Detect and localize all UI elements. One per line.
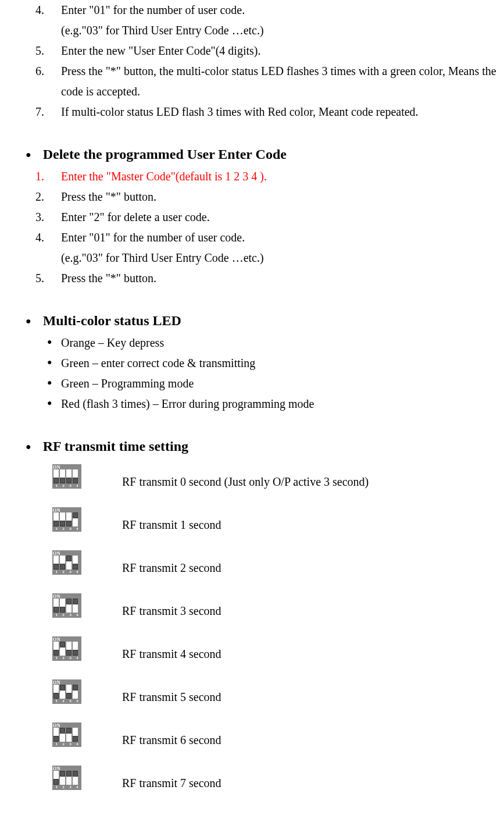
dip-row: 1234RF transmit 0 second (Just only O/P … [52, 462, 498, 489]
section-delete: ● Delete the programmed User Enter Code [6, 142, 498, 166]
item-number: 4. [35, 227, 53, 248]
led-bullet-list: ●Orange – Key depress●Green – enter corr… [6, 333, 498, 414]
dip-switch-icon: 1234 [52, 550, 81, 575]
dip-description: RF transmit 4 second [122, 644, 221, 664]
item-number: 7. [35, 102, 53, 122]
item-number: 2. [35, 187, 53, 207]
dip-switch-icon: 1234 [52, 723, 81, 747]
list-item: 4.Enter "01" for the number of user code… [61, 227, 498, 268]
dip-description: RF transmit 5 second [122, 687, 221, 707]
dip-switch-icon: 1234 [52, 679, 81, 704]
item-number: 1. [35, 166, 53, 187]
dip-description: RF transmit 7 second [122, 773, 221, 790]
delete-steps-list: 1.Enter the "Master Code"(default is 1 2… [6, 166, 498, 289]
list-item: ●Green – enter correct code & transmitti… [61, 353, 498, 373]
item-number: 5. [35, 41, 53, 61]
dip-switch-icon: 1234 [52, 636, 81, 661]
dip-row: 1234RF transmit 5 second [52, 677, 498, 704]
item-text: Enter the "Master Code"(default is 1 2 3… [61, 166, 498, 187]
dip-description: RF transmit 1 second [122, 515, 221, 535]
item-text: Enter "2" for delete a user code. [61, 207, 498, 227]
dip-row: 1234RF transmit 7 second [52, 763, 498, 790]
bullet-icon: ● [47, 355, 52, 370]
dip-switch-icon: 1234 [52, 593, 81, 618]
item-text: If multi-color status LED flash 3 times … [61, 102, 498, 122]
item-text: (e.g."03" for Third User Entry Code …etc… [61, 20, 498, 41]
item-text: Green – Programming mode [61, 377, 194, 390]
dip-description: RF transmit 0 second (Just only O/P acti… [122, 472, 369, 492]
item-text: Enter "01" for the number of user code. [61, 0, 498, 20]
bullet-icon: ● [47, 335, 52, 350]
list-item: 2.Press the "*" button. [61, 187, 498, 207]
dip-description: RF transmit 3 second [122, 601, 221, 621]
list-item: 7.If multi-color status LED flash 3 time… [61, 102, 498, 122]
dip-switch-icon: 1234 [52, 464, 81, 489]
item-text: Orange – Key depress [61, 336, 164, 349]
list-item: ●Orange – Key depress [61, 333, 498, 353]
list-item: 4.Enter "01" for the number of user code… [61, 0, 498, 41]
bullet-icon: ● [26, 439, 31, 455]
dip-switch-icon: 1234 [52, 766, 81, 790]
list-item: 6.Press the "*" button, the multi-color … [61, 61, 498, 102]
item-text: Press the "*" button. [61, 187, 498, 207]
bullet-icon: ● [47, 396, 52, 411]
list-item: 5.Enter the new "User Enter Code"(4 digi… [61, 41, 498, 61]
item-text: Press the "*" button, the multi-color st… [61, 61, 498, 102]
item-text: (e.g."03" for Third User Entry Code …etc… [61, 248, 498, 268]
list-item: ●Green – Programming mode [61, 373, 498, 394]
section-title: Multi-color status LED [43, 308, 181, 333]
dip-description: RF transmit 2 second [122, 558, 221, 578]
item-text: Press the "*" button. [61, 268, 498, 289]
list-item: 1.Enter the "Master Code"(default is 1 2… [61, 166, 498, 187]
section-title: Delete the programmed User Enter Code [43, 142, 287, 166]
item-number: 4. [35, 0, 53, 20]
item-number: 3. [35, 207, 53, 227]
dip-switch-table: 1234RF transmit 0 second (Just only O/P … [6, 462, 498, 790]
item-number: 6. [35, 61, 53, 81]
dip-row: 1234RF transmit 6 second [52, 720, 498, 747]
bullet-icon: ● [26, 147, 31, 163]
top-numbered-list: 4.Enter "01" for the number of user code… [6, 0, 498, 122]
item-text: Green – enter correct code & transmittin… [61, 357, 255, 369]
section-led: ● Multi-color status LED [6, 308, 498, 333]
dip-switch-icon: 1234 [52, 507, 81, 532]
bullet-icon: ● [47, 376, 52, 390]
section-title: RF transmit time setting [43, 434, 188, 458]
item-text: Enter "01" for the number of user code. [61, 227, 498, 248]
section-rf: ● RF transmit time setting [6, 434, 498, 458]
item-text: Enter the new "User Enter Code"(4 digits… [61, 41, 498, 61]
dip-row: 1234RF transmit 2 second [52, 548, 498, 575]
list-item: ●Red (flash 3 times) – Error during prog… [61, 394, 498, 414]
bullet-icon: ● [26, 313, 31, 329]
item-number: 5. [35, 268, 53, 289]
item-text: Red (flash 3 times) – Error during progr… [61, 397, 314, 410]
dip-row: 1234RF transmit 1 second [52, 505, 498, 532]
dip-row: 1234RF transmit 4 second [52, 634, 498, 661]
dip-row: 1234RF transmit 3 second [52, 591, 498, 618]
list-item: 5.Press the "*" button. [61, 268, 498, 289]
dip-description: RF transmit 6 second [122, 730, 221, 750]
list-item: 3.Enter "2" for delete a user code. [61, 207, 498, 227]
